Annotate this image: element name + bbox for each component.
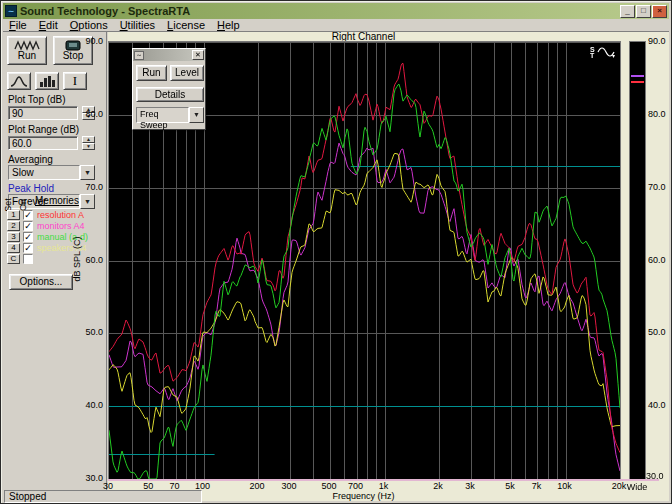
meter-tick-70.0: 70.0	[648, 182, 672, 192]
generator-details-button[interactable]: Details	[136, 87, 204, 102]
cursor-view-button[interactable]: I	[63, 72, 87, 90]
meter-tick-50.0: 50.0	[648, 327, 672, 337]
x-tick-200: 200	[240, 481, 274, 491]
options-button[interactable]: Options...	[9, 274, 73, 290]
spin-up-icon[interactable]: ▲	[82, 136, 95, 143]
memory-set-button-2[interactable]: 2	[7, 221, 20, 231]
x-tick-3k: 3k	[453, 481, 487, 491]
plot-range-spinner[interactable]: ▲ ▼	[82, 136, 95, 150]
stop-button-label: Stop	[63, 51, 84, 61]
peak-hold-label: Peak Hold	[8, 183, 54, 194]
meter-label: Wide	[621, 482, 653, 492]
run-button-label: Run	[18, 51, 36, 61]
minimize-button[interactable]: _	[620, 5, 635, 18]
bars-view-button[interactable]	[35, 72, 59, 90]
memory-on-checkbox-2[interactable]: ✓	[23, 221, 33, 231]
x-tick-1k: 1k	[367, 481, 401, 491]
x-tick-300: 300	[272, 481, 306, 491]
y-tick-40.0: 40.0	[73, 400, 103, 410]
x-tick-10k: 10k	[548, 481, 582, 491]
waveform-icon: ∼	[134, 51, 144, 60]
status-bar: Stopped	[4, 490, 202, 503]
memory-on-checkbox-3[interactable]: ✓	[23, 232, 33, 242]
generator-mode-value: Freq Sweep	[136, 107, 189, 123]
close-icon[interactable]: ✕	[192, 50, 204, 60]
app-icon: ∼	[5, 5, 17, 17]
menu-options[interactable]: Options	[64, 19, 114, 31]
run-button[interactable]: Run	[7, 36, 47, 65]
chevron-down-icon[interactable]: ▼	[189, 107, 204, 123]
generator-mode-select[interactable]: Freq Sweep ▼	[136, 107, 204, 123]
plot-top-input[interactable]: 90	[8, 106, 78, 120]
menu-help[interactable]: Help	[211, 19, 246, 31]
y-tick-80.0: 80.0	[73, 109, 103, 119]
memory-set-button-3[interactable]: 3	[7, 232, 20, 242]
title-bar[interactable]: ∼ Sound Technology - SpectraRTA _ □ ×	[3, 3, 669, 19]
memory-set-button-1[interactable]: 1	[7, 210, 20, 220]
meter-tick-40.0: 40.0	[648, 400, 672, 410]
memory-row-C: C	[7, 253, 37, 264]
control-panel: Run Stop I Plot Top (dB) 90 ▲ ▼ Plot Ran…	[3, 32, 107, 501]
spectrum-view-button[interactable]	[7, 72, 31, 90]
app-window: ∼ Sound Technology - SpectraRTA _ □ × Fi…	[0, 0, 672, 504]
generator-run-button[interactable]: Run	[136, 65, 167, 81]
menu-utilities[interactable]: Utilities	[114, 19, 161, 31]
menu-file[interactable]: File	[3, 19, 33, 31]
plot-range-label: Plot Range (dB)	[8, 124, 79, 135]
memory-set-button-4[interactable]: 4	[7, 243, 20, 253]
menu-edit[interactable]: Edit	[33, 19, 64, 31]
averaging-label: Averaging	[8, 154, 53, 165]
memory-on-checkbox-C[interactable]	[23, 254, 33, 264]
meter-tick-90.0: 90.0	[648, 36, 672, 46]
level-meter	[629, 41, 646, 480]
x-tick-2k: 2k	[421, 481, 455, 491]
generator-title-bar[interactable]: ∼ ✕	[133, 49, 205, 61]
y-axis-title: dB SPL (C)	[72, 149, 84, 369]
memory-on-checkbox-1[interactable]: ✓	[23, 210, 33, 220]
sound-technology-logo: ST	[590, 46, 615, 59]
window-title: Sound Technology - SpectraRTA	[20, 5, 619, 17]
meter-tick-60.0: 60.0	[648, 255, 672, 265]
averaging-value: Slow	[8, 165, 80, 180]
memory-on-checkbox-4[interactable]: ✓	[23, 243, 33, 253]
plot-range-input[interactable]: 60.0	[8, 136, 78, 150]
bar-graph-icon	[38, 75, 56, 88]
plot-top-label: Plot Top (dB)	[8, 94, 66, 105]
maximize-button[interactable]: □	[636, 5, 651, 18]
memory-set-button-C[interactable]: C	[7, 254, 20, 264]
curve-icon	[10, 75, 28, 88]
meter-bottom-tick: 30.0	[646, 471, 664, 481]
y-tick-90.0: 90.0	[73, 36, 103, 46]
sine-wave-icon	[597, 46, 615, 59]
generator-level-button[interactable]: Level	[170, 65, 204, 81]
menu-license[interactable]: License	[161, 19, 211, 31]
meter-tick-80.0: 80.0	[648, 109, 672, 119]
st-monogram: ST	[590, 47, 595, 59]
i-beam-icon: I	[73, 75, 77, 87]
generator-tool-window[interactable]: ∼ ✕ Run Level Details Freq Sweep ▼	[132, 48, 206, 130]
close-button[interactable]: ×	[652, 5, 667, 18]
